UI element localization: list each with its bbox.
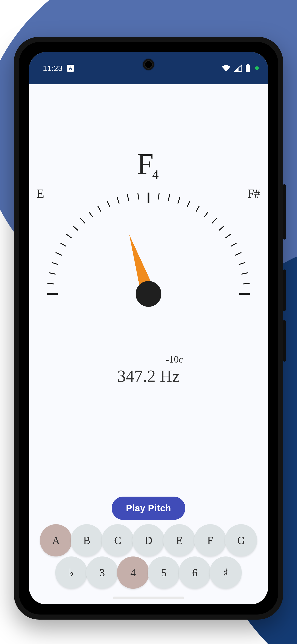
svg-line-21 bbox=[187, 201, 190, 207]
wifi-icon bbox=[222, 64, 231, 72]
svg-line-18 bbox=[158, 193, 159, 199]
detected-note-letter: F bbox=[137, 147, 154, 180]
device-volume-up bbox=[283, 270, 286, 311]
tuner-gauge bbox=[36, 176, 261, 301]
note-chip-C[interactable]: C bbox=[102, 524, 134, 556]
svg-rect-1 bbox=[246, 65, 250, 72]
camera-hole bbox=[143, 59, 154, 70]
status-left: 11:23 A bbox=[43, 64, 74, 73]
device-bezel: 11:23 A bbox=[19, 42, 278, 614]
modifier-chip-5[interactable]: 5 bbox=[148, 556, 180, 589]
svg-line-15 bbox=[128, 195, 129, 200]
svg-line-9 bbox=[73, 226, 78, 230]
device-volume-down bbox=[283, 320, 286, 362]
svg-line-24 bbox=[212, 218, 216, 223]
battery-icon bbox=[246, 64, 250, 72]
svg-line-23 bbox=[204, 212, 208, 217]
note-chip-A[interactable]: A bbox=[40, 524, 72, 556]
frequency-readout: 347.2 Hz bbox=[117, 366, 180, 386]
svg-line-8 bbox=[66, 234, 71, 238]
svg-line-12 bbox=[98, 206, 101, 212]
svg-line-11 bbox=[89, 212, 92, 217]
svg-line-20 bbox=[178, 198, 180, 204]
svg-line-22 bbox=[196, 206, 199, 212]
modifier-chip-♭[interactable]: ♭ bbox=[55, 556, 88, 589]
modifier-selector-row: ♭3456♯ bbox=[56, 556, 241, 589]
svg-rect-0 bbox=[247, 64, 249, 65]
modifier-chip-3[interactable]: 3 bbox=[86, 556, 118, 589]
svg-line-10 bbox=[81, 218, 85, 223]
svg-line-6 bbox=[56, 253, 62, 255]
note-selector-row: ABCDEFG bbox=[40, 524, 256, 556]
svg-line-14 bbox=[117, 198, 119, 204]
svg-line-30 bbox=[242, 273, 248, 274]
svg-line-26 bbox=[226, 234, 230, 238]
svg-line-25 bbox=[220, 226, 224, 230]
modifier-chip-6[interactable]: 6 bbox=[179, 556, 211, 589]
svg-line-31 bbox=[243, 283, 249, 284]
status-time: 11:23 bbox=[43, 64, 62, 73]
svg-line-29 bbox=[239, 262, 245, 264]
svg-line-5 bbox=[52, 262, 58, 264]
svg-line-27 bbox=[231, 243, 236, 246]
note-chip-B[interactable]: B bbox=[71, 524, 103, 556]
microphone-active-indicator bbox=[255, 66, 259, 70]
status-right bbox=[222, 64, 259, 72]
svg-line-28 bbox=[236, 253, 241, 255]
play-pitch-button[interactable]: Play Pitch bbox=[112, 496, 185, 520]
note-chip-E[interactable]: E bbox=[163, 524, 196, 556]
screen: 11:23 A bbox=[29, 52, 268, 604]
gauge-hub bbox=[136, 281, 162, 307]
keyboard-language-icon: A bbox=[67, 65, 74, 72]
modifier-chip-♯[interactable]: ♯ bbox=[210, 556, 242, 589]
device-power-button bbox=[283, 184, 286, 240]
svg-line-3 bbox=[48, 283, 54, 284]
svg-line-4 bbox=[50, 273, 55, 274]
cents-offset: -10c bbox=[114, 354, 183, 365]
nav-handle[interactable] bbox=[113, 596, 184, 599]
note-chip-F[interactable]: F bbox=[194, 524, 226, 556]
detected-note-display: F4 bbox=[137, 149, 160, 179]
svg-line-16 bbox=[138, 193, 138, 199]
svg-line-19 bbox=[168, 195, 170, 200]
cellular-signal-icon bbox=[234, 64, 242, 72]
note-chip-G[interactable]: G bbox=[225, 524, 257, 556]
modifier-chip-4[interactable]: 4 bbox=[117, 556, 149, 589]
svg-line-7 bbox=[61, 243, 66, 246]
device-frame: 11:23 A bbox=[14, 37, 283, 620]
app-content: F4 E F# -10c 347.2 Hz Play Pitch ABCDEFG… bbox=[29, 84, 268, 604]
note-chip-D[interactable]: D bbox=[132, 524, 164, 556]
svg-line-13 bbox=[107, 201, 110, 207]
